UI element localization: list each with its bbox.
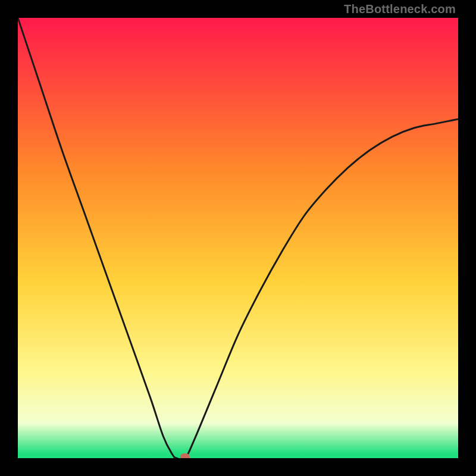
bottleneck-curve <box>18 18 458 458</box>
optimum-marker <box>180 453 190 458</box>
plot-area <box>18 18 458 458</box>
watermark-text: TheBottleneck.com <box>344 2 456 16</box>
chart-frame: TheBottleneck.com <box>0 0 476 476</box>
